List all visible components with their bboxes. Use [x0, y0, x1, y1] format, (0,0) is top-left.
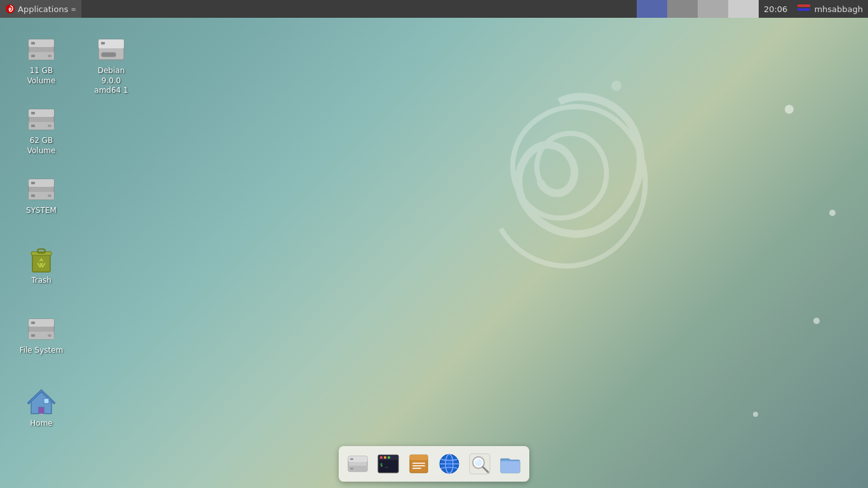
svg-rect-4: [31, 42, 35, 44]
svg-rect-42: [350, 468, 353, 470]
svg-rect-51: [412, 463, 425, 464]
svg-rect-33: [48, 334, 51, 337]
taskbar-terminal-icon: $ _: [377, 452, 400, 475]
svg-rect-6: [31, 55, 35, 57]
svg-rect-7: [48, 55, 51, 57]
applications-menu-icon: ≡: [71, 6, 76, 13]
svg-rect-40: [350, 458, 353, 460]
svg-point-47: [388, 456, 390, 459]
taskbar-search-icon: [468, 452, 491, 475]
svg-rect-18: [48, 125, 51, 127]
svg-rect-12: [102, 53, 116, 57]
cdrom-icon-debian: [96, 34, 126, 65]
taskbar-notes-button[interactable]: [405, 450, 433, 478]
workspace-3-button[interactable]: [698, 0, 728, 18]
svg-rect-17: [31, 125, 35, 127]
desktop-icon-debian[interactable]: Debian 9.0.0amd64 1: [86, 32, 137, 98]
debian-swirl-logo: [381, 51, 699, 337]
svg-text:$ _: $ _: [380, 463, 388, 468]
desktop-icon-62gb[interactable]: 62 GBVolume: [16, 102, 67, 158]
taskbar-filemanager-button[interactable]: [496, 450, 524, 478]
drive-icon-filesystem: [26, 314, 57, 344]
svg-rect-52: [412, 465, 425, 466]
svg-rect-37: [44, 398, 49, 403]
desktop-icon-home-label: Home: [30, 419, 52, 429]
deco-dot-3: [813, 318, 820, 324]
desktop-icon-trash[interactable]: Trash: [16, 241, 67, 288]
workspace-1-button[interactable]: [637, 0, 667, 18]
svg-rect-23: [31, 194, 35, 197]
applications-menu[interactable]: Applications ≡: [0, 0, 81, 18]
drive-icon-62gb: [26, 104, 57, 135]
username-label: mhsabbagh: [814, 4, 863, 14]
workspace-2-button[interactable]: [667, 0, 698, 18]
svg-rect-25: [32, 254, 50, 272]
desktop-icon-62gb-label: 62 GBVolume: [27, 136, 56, 156]
applications-label: Applications: [18, 4, 68, 14]
desktop-icon-home[interactable]: Home: [16, 384, 67, 431]
svg-rect-32: [31, 334, 35, 337]
taskbar-drives-button[interactable]: [344, 450, 372, 478]
svg-rect-15: [31, 112, 35, 114]
user-area[interactable]: mhsabbagh: [792, 4, 868, 14]
top-panel: Applications ≡ 20:06 mhsabbagh: [0, 0, 868, 18]
svg-point-62: [475, 459, 478, 462]
trash-icon: [26, 244, 57, 274]
svg-rect-30: [31, 322, 35, 324]
taskbar-terminal-button[interactable]: $ _: [374, 450, 402, 478]
desktop-icon-debian-label: Debian 9.0.0amd64 1: [88, 66, 134, 96]
desktop-icon-trash-label: Trash: [31, 276, 51, 286]
desktop: Applications ≡ 20:06 mhsabbagh: [0, 0, 868, 488]
deco-dot-4: [753, 412, 758, 417]
svg-rect-27: [37, 249, 45, 253]
svg-point-0: [611, 81, 621, 91]
taskbar: $ _: [339, 446, 529, 482]
desktop-icon-system[interactable]: SYSTEM: [16, 172, 67, 219]
svg-rect-21: [31, 182, 35, 184]
deco-dot-2: [829, 210, 836, 216]
clock: 20:06: [759, 4, 792, 14]
taskbar-filemanager-icon: [499, 452, 522, 475]
drive-icon-system: [26, 174, 57, 205]
svg-rect-24: [48, 194, 51, 197]
desktop-icon-11gb[interactable]: 11 GBVolume: [16, 32, 67, 88]
user-icon: [797, 4, 810, 13]
drive-icon-11gb: [26, 34, 57, 65]
desktop-icon-filesystem[interactable]: File System: [16, 311, 67, 358]
svg-rect-36: [39, 407, 44, 414]
desktop-icon-filesystem-label: File System: [20, 346, 64, 356]
svg-point-45: [380, 456, 383, 459]
taskbar-browser-button[interactable]: [435, 450, 463, 478]
svg-rect-10: [101, 42, 105, 44]
taskbar-drives-icon: [346, 452, 369, 475]
deco-dot-1: [785, 105, 794, 114]
desktop-icon-11gb-label: 11 GBVolume: [27, 66, 56, 86]
svg-rect-53: [412, 468, 421, 469]
taskbar-search-button[interactable]: [466, 450, 494, 478]
taskbar-notes-icon: [407, 452, 430, 475]
taskbar-browser-icon: [438, 452, 461, 475]
svg-point-57: [447, 461, 452, 466]
home-icon: [26, 387, 57, 417]
svg-point-46: [384, 456, 386, 459]
debian-icon: [5, 4, 15, 14]
desktop-icon-system-label: SYSTEM: [26, 206, 57, 216]
svg-rect-50: [410, 455, 428, 460]
panel-right: 20:06 mhsabbagh: [637, 0, 868, 18]
workspace-4-button[interactable]: [728, 0, 759, 18]
